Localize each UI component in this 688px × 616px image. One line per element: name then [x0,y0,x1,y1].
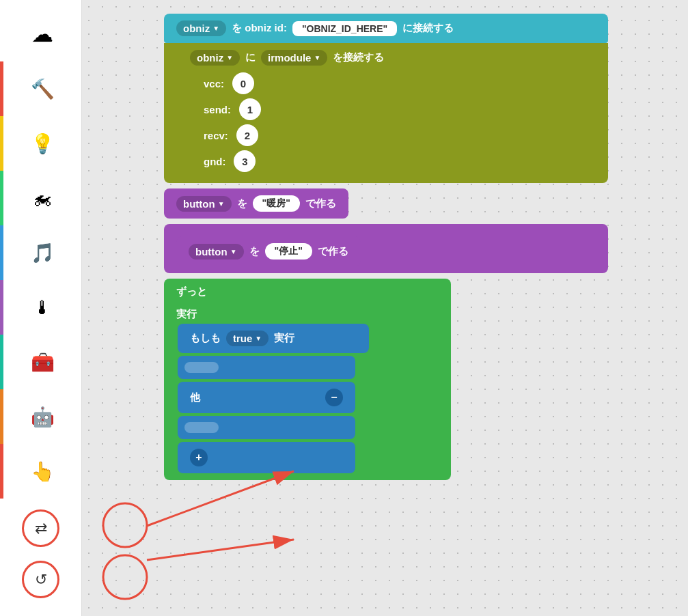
slot-indicator-2 [184,422,219,433]
pin-gnd-value[interactable]: 3 [234,150,256,172]
plus-button[interactable]: + [190,449,208,466]
sidebar: ☁ 🔨 💡 🏍 🎵 🌡 🧰 🤖 👆 ⇄ ↺ [0,0,82,616]
pin-send-value[interactable]: 1 [239,98,261,120]
pin-gnd-label: gnd: [204,156,225,167]
svg-point-4 [103,555,147,599]
button2-label: button [195,246,228,257]
sidebar-item-cloud[interactable]: ☁ [0,7,81,61]
connect-text: を obniz id: [232,22,287,35]
irmodule-row: obniz ▼ に irmodule ▼ を接続する [190,50,596,72]
else-block: 他 − [178,382,355,413]
minus-icon: − [331,391,337,404]
button1-connector: を [237,197,247,210]
obniz-dropdown[interactable]: obniz ▼ [176,20,226,36]
button2-dropdown[interactable]: button ▼ [189,244,244,260]
thermometer-icon: 🌡 [33,296,52,319]
dropdown-arrow-5: ▼ [230,248,237,255]
if-block: もしも true ▼ 実行 [178,324,369,353]
irmodule-suffix: を接続する [333,51,384,64]
if-run-label: 実行 [274,332,294,345]
pin-recv-value[interactable]: 2 [236,124,258,146]
dropdown-arrow-1: ▼ [212,25,219,32]
dropdown-arrow-4: ▼ [218,200,225,208]
toolbox-icon: 🧰 [31,351,55,374]
pin-recv-label: recv: [204,130,228,141]
music-icon: 🎵 [31,242,55,264]
button1-label: button [183,198,215,210]
cloud-icon: ☁ [31,21,53,47]
sidebar-item-temp[interactable]: 🌡 [0,280,81,335]
hammer-icon: 🔨 [31,78,55,100]
hand-icon: 👆 [31,460,55,483]
sidebar-item-robot[interactable]: 🤖 [0,389,81,444]
pin-rows: vcc: 0 send: 1 recv: 2 gnd: 3 [204,72,596,172]
button1-dropdown[interactable]: button ▼ [176,196,232,212]
pin-send-label: send: [204,104,231,115]
button-block-2: button ▼ を "停止" で作る [176,236,361,266]
loop-run-text: 実行 [176,308,197,320]
dropdown-arrow-6: ▼ [255,335,262,342]
sidebar-item-motor[interactable]: 🏍 [0,171,81,225]
loop-run-label: 実行 [164,305,451,324]
irmodule-dropdown[interactable]: irmodule ▼ [261,50,327,66]
button1-value[interactable]: "暖房" [253,195,300,212]
button2-connector: を [249,245,260,258]
button2-suffix: で作る [318,245,348,258]
pin-gnd: gnd: 3 [204,150,596,172]
true-label: true [233,333,252,344]
empty-slot-1 [178,356,355,379]
pin-recv: recv: 2 [204,124,596,146]
if-block-container: もしも true ▼ 実行 他 − [178,324,451,473]
connect-block: obniz ▼ を obniz id: "OBNIZ_ID_HERE" に接続す… [164,14,608,43]
undo-icon: ↺ [35,571,47,589]
connect-block-wrapper: obniz ▼ を obniz id: "OBNIZ_ID_HERE" に接続す… [164,14,608,480]
svg-line-2 [147,540,294,560]
dropdown-arrow-3: ▼ [314,54,320,61]
pin-vcc-value[interactable]: 0 [232,72,254,94]
dropdown-arrow-2: ▼ [226,54,233,61]
canvas: obniz ▼ を obniz id: "OBNIZ_ID_HERE" に接続す… [82,0,688,616]
empty-slot-2 [178,416,355,439]
button-block-2-wrapper: button ▼ を "停止" で作る [164,224,608,273]
plus-block: + [178,442,355,473]
if-label: もしも [190,332,221,345]
bike-icon: 🏍 [33,187,52,210]
true-dropdown[interactable]: true ▼ [226,331,269,346]
pin-vcc: vcc: 0 [204,72,596,94]
obniz2-dropdown[interactable]: obniz ▼ [190,50,240,66]
sidebar-item-tools[interactable]: 🧰 [0,335,81,389]
sidebar-item-build[interactable]: 🔨 [0,61,81,116]
robot-icon: 🤖 [31,406,55,428]
sidebar-item-music[interactable]: 🎵 [0,225,81,280]
button1-suffix: で作る [305,197,336,210]
sidebar-item-idea[interactable]: 💡 [0,116,81,171]
svg-point-3 [103,503,147,547]
plus-icon: + [195,451,202,464]
irmodule-connector: に [245,51,256,64]
loop-header: ずっと [164,279,451,305]
pin-vcc-label: vcc: [204,78,224,89]
loop-block: ずっと 実行 もしも true ▼ 実行 [164,279,451,480]
else-label: 他 [190,391,200,404]
connect-suffix: に接続する [402,22,454,35]
obniz-label: obniz [183,23,210,34]
pin-send: send: 1 [204,98,596,120]
loop-label: ずっと [176,285,207,297]
sidebar-item-arrows[interactable]: ⇄ [22,509,59,547]
button2-value[interactable]: "停止" [265,243,312,260]
bulb-icon: 💡 [31,132,55,155]
minus-button[interactable]: − [325,389,343,406]
obniz2-label: obniz [197,52,223,64]
sidebar-item-undo[interactable]: ↺ [22,561,59,598]
irmodule-label: irmodule [268,52,311,64]
slot-indicator [184,362,219,373]
obniz-id-value[interactable]: "OBNIZ_ID_HERE" [292,21,397,36]
button-block-1: button ▼ を "暖房" で作る [164,188,348,219]
irmodule-block-wrapper: obniz ▼ に irmodule ▼ を接続する vcc: 0 send: [164,43,608,183]
sidebar-item-hand[interactable]: 👆 [0,444,81,499]
arrows-icon: ⇄ [35,520,47,537]
